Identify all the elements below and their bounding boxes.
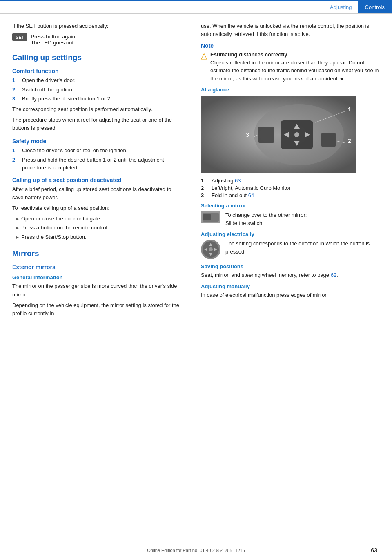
set-instruction-2: The LED goes out.: [31, 40, 76, 46]
comfort-para2: The procedure stops when a reel for adju…: [12, 116, 181, 132]
svg-rect-9: [321, 133, 336, 147]
mirrors-section: Mirrors Exterior mirrors General informa…: [12, 249, 181, 318]
set-instructions: Press button again. The LED goes out.: [31, 33, 76, 46]
arrow-icon-1: ▸: [16, 215, 19, 223]
comfort-function-steps: 1. Open the driver's door. 2. Switch off…: [12, 76, 181, 103]
at-a-glance-title: At a glance: [201, 87, 382, 93]
page-header: Adjusting Controls: [0, 1, 392, 14]
arrow-icon-3: ▸: [16, 234, 19, 241]
glance-item-3: 3 Fold in and out 64: [201, 192, 382, 198]
header-adjusting-label: Adjusting: [324, 4, 357, 10]
right-column: use. When the vehicle is unlocked via th…: [191, 18, 392, 324]
glance-num-2: 2: [201, 185, 207, 191]
warning-triangle-icon: △: [201, 51, 207, 60]
selecting-mirror-title: Selecting a mirror: [201, 202, 382, 209]
glance-text-1: Adjusting 63: [212, 178, 241, 184]
bullet-1: ▸ Open or close the door or tailgate.: [16, 215, 181, 223]
safety-step-1: 1. Close the driver's door or reel on th…: [12, 147, 181, 155]
selecting-mirror-block: To change over to the other mirror: Slid…: [201, 211, 382, 227]
header-controls-label: Controls: [358, 1, 392, 13]
adjusting-electrically-title: Adjusting electrically: [201, 231, 382, 237]
mirrors-title: Mirrors: [12, 249, 181, 258]
note-warning-text: Estimating distances correctly: [210, 51, 287, 58]
saving-positions-title: Saving positions: [201, 263, 382, 269]
svg-text:3: 3: [246, 131, 249, 138]
switch-icon: [201, 211, 220, 223]
safety-mode-steps: 1. Close the driver's door or reel on th…: [12, 147, 181, 172]
glance-num-1: 1: [201, 178, 207, 184]
adjusting-manually-title: Adjusting manually: [201, 283, 382, 289]
comfort-step-1: 1. Open the driver's door.: [12, 76, 181, 85]
calling-up-para2: To reactivate calling up of a seat posit…: [12, 204, 181, 212]
adjusting-electrically-text: The setting corresponds to the direction…: [225, 240, 382, 256]
page-number: 63: [371, 547, 377, 554]
safety-mode-title: Safety mode: [12, 138, 181, 145]
svg-text:1: 1: [348, 106, 351, 113]
safety-step-2: 2. Press and hold the desired button 1 o…: [12, 156, 181, 172]
calling-up-deactivated-title: Calling up of a seat position deactivate…: [12, 177, 181, 183]
general-info-para1: The mirror on the passenger side is more…: [12, 282, 181, 298]
note-warning-body: Objects reflected in the mirror are clos…: [210, 60, 379, 82]
comfort-step-3: 3. Briefly press the desired button 1 or…: [12, 95, 181, 103]
note-inner: △ Estimating distances correctly Objects…: [201, 51, 382, 82]
set-button-icon: SET: [12, 33, 27, 41]
comfort-function-title: Comfort function: [12, 68, 181, 74]
svg-point-23: [209, 247, 213, 251]
adjusting-manually-text: In case of electrical malfunction press …: [201, 291, 382, 299]
comfort-step-2: 2. Switch off the ignition.: [12, 86, 181, 94]
joystick-icon: [201, 240, 220, 259]
set-button-area: SET Press button again. The LED goes out…: [12, 33, 181, 46]
svg-rect-8: [258, 127, 274, 143]
comfort-para1: The corresponding seat position is perfo…: [12, 105, 181, 113]
svg-rect-17: [203, 214, 211, 220]
calling-up-para1: After a brief period, calling up stored …: [12, 185, 181, 202]
note-box: Note △ Estimating distances correctly Ob…: [201, 42, 382, 82]
glance-items: 1 Adjusting 63 2 Left/right, Automatic C…: [201, 178, 382, 198]
general-information-title: General information: [12, 274, 181, 280]
left-column: If the SET button is pressed accidentall…: [0, 18, 191, 324]
note-text-block: Estimating distances correctly Objects r…: [210, 51, 382, 82]
right-intro-text: use. When the vehicle is unlocked via th…: [201, 22, 382, 38]
glance-text-3: Fold in and out 64: [212, 192, 254, 198]
note-title: Note: [201, 42, 382, 49]
mirror-image: 1 2 3: [201, 96, 356, 173]
glance-num-3: 3: [201, 192, 207, 198]
arrow-icon-2: ▸: [16, 224, 19, 232]
calling-up-bullets: ▸ Open or close the door or tailgate. ▸ …: [16, 215, 181, 241]
glance-text-2: Left/right, Automatic Curb Monitor: [212, 185, 291, 191]
selecting-mirror-text: To change over to the other mirror: Slid…: [225, 211, 307, 227]
glance-item-1: 1 Adjusting 63: [201, 178, 382, 184]
main-content: If the SET button is pressed accidentall…: [0, 14, 392, 324]
page-footer: Online Edition for Part no. 01 40 2 954 …: [0, 544, 392, 556]
set-intro-text: If the SET button is pressed accidentall…: [12, 22, 181, 30]
svg-point-7: [294, 132, 299, 137]
svg-text:2: 2: [348, 138, 351, 144]
saving-positions-text: Seat, mirror, and steering wheel memory,…: [201, 271, 382, 279]
calling-up-settings-title: Calling up settings: [12, 53, 181, 62]
adjusting-electrically-block: The setting corresponds to the direction…: [201, 240, 382, 259]
exterior-mirrors-title: Exterior mirrors: [12, 264, 181, 270]
general-info-para2: Depending on the vehicle equipment, the …: [12, 301, 181, 318]
glance-item-2: 2 Left/right, Automatic Curb Monitor: [201, 185, 382, 191]
set-instruction-1: Press button again.: [31, 33, 76, 40]
bullet-3: ▸ Press the Start/Stop button.: [16, 233, 181, 241]
footer-text: Online Edition for Part no. 01 40 2 954 …: [147, 548, 245, 553]
bullet-2: ▸ Press a button on the remote control.: [16, 224, 181, 232]
